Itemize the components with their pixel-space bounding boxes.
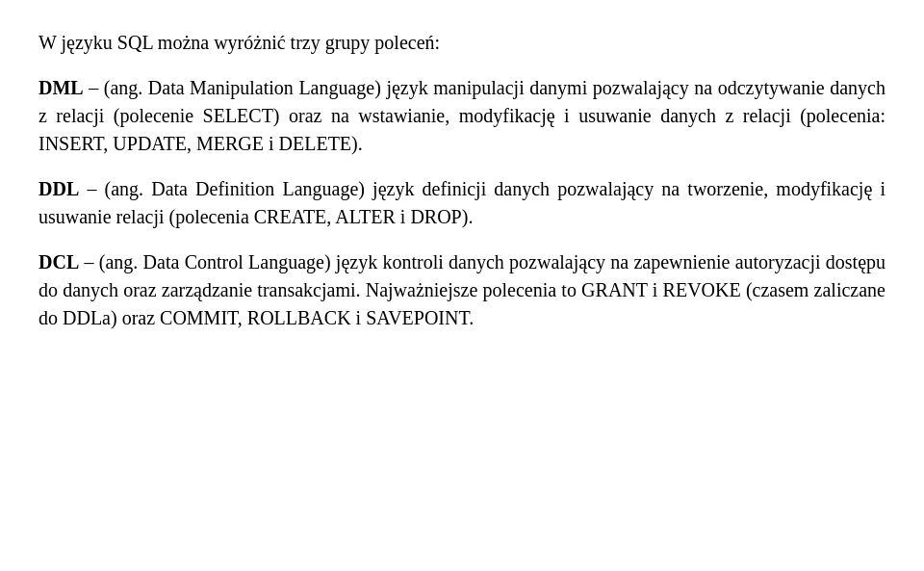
intro-text: W języku SQL można wyróżnić trzy grupy p… — [38, 32, 440, 53]
dcl-paren: – (ang. — [79, 251, 138, 273]
ddl-paragraph: DDL – (ang. Data Definition Language) ję… — [38, 175, 886, 231]
dml-term: Data Manipulation Language) — [142, 77, 381, 98]
dml-paragraph: DML – (ang. Data Manipulation Language) … — [38, 74, 886, 158]
dcl-heading: DCL — [38, 251, 79, 273]
dcl-paragraph: DCL – (ang. Data Control Language) język… — [38, 248, 886, 332]
dcl-term: Data Control Language) — [138, 251, 330, 273]
ddl-term: Data Definition Language) — [143, 178, 365, 199]
intro-paragraph: W języku SQL można wyróżnić trzy grupy p… — [38, 29, 886, 57]
dml-heading: DML — [38, 77, 84, 98]
ddl-paren: – (ang. — [79, 178, 143, 199]
ddl-heading: DDL — [38, 178, 79, 199]
dml-paren: – (ang. — [84, 77, 143, 98]
main-content: W języku SQL można wyróżnić trzy grupy p… — [0, 0, 924, 378]
